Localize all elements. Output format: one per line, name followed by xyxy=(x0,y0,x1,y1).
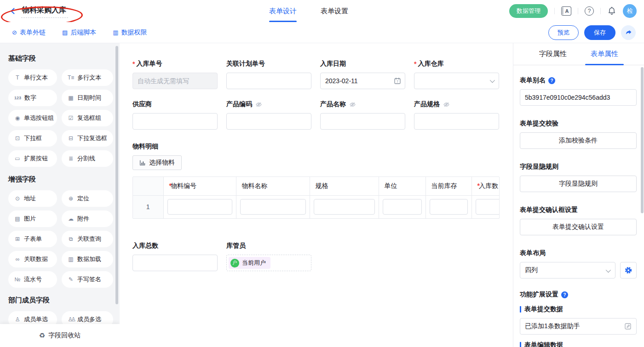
notification-bell-icon[interactable] xyxy=(607,6,616,16)
field-item-related-data[interactable]: ∞关联数据 xyxy=(8,251,57,267)
field-product-code[interactable]: 产品编码 xyxy=(226,100,311,130)
tab-form-properties[interactable]: 表单属性 xyxy=(591,43,618,65)
preview-button[interactable]: 预览 xyxy=(548,25,579,40)
checkbox-icon: ☑ xyxy=(68,115,74,121)
extension-help-icon[interactable]: ? xyxy=(561,291,568,298)
product-spec-input[interactable] xyxy=(414,113,499,130)
tab-form-design[interactable]: 表单设计 xyxy=(269,0,297,22)
product-name-input[interactable] xyxy=(320,113,405,130)
share-arrow-icon xyxy=(625,28,632,36)
field-item-number[interactable]: 123数字 xyxy=(8,90,57,106)
field-item-extend-button[interactable]: ▭扩展按钮 xyxy=(8,150,57,167)
backend-script-link[interactable]: ▨ 后端脚本 xyxy=(62,28,96,37)
label-text: 表单提交数据 xyxy=(524,305,563,313)
submit-confirm-button[interactable]: 表单提交确认设置 xyxy=(520,219,637,235)
field-item-multi-dropdown[interactable]: ⊟下拉复选框 xyxy=(62,130,113,147)
form-external-link[interactable]: ⊘ 表单外链 xyxy=(12,28,46,37)
tab-form-settings[interactable]: 表单设置 xyxy=(321,0,348,22)
field-item-dropdown[interactable]: ⊡下拉框 xyxy=(8,130,57,147)
current-stock-input[interactable] xyxy=(430,199,468,215)
add-validation-button[interactable]: 添加校验条件 xyxy=(520,132,637,149)
material-code-input[interactable] xyxy=(167,199,232,215)
supplier-input[interactable] xyxy=(132,113,218,130)
back-button[interactable] xyxy=(7,6,18,17)
language-icon[interactable]: A xyxy=(561,6,571,16)
product-code-input[interactable] xyxy=(226,113,311,130)
field-item-multi-text[interactable]: T≡多行文本 xyxy=(62,69,113,86)
form-alias-input[interactable] xyxy=(520,89,637,106)
alias-help-icon[interactable]: ? xyxy=(548,77,555,84)
field-label: 下拉复选框 xyxy=(77,134,107,142)
warehouse-select[interactable] xyxy=(414,73,499,89)
field-item-divider[interactable]: ≣分割线 xyxy=(62,150,113,167)
field-item-radio-group[interactable]: ◉单选按钮组 xyxy=(8,110,57,126)
field-label: 关联数据 xyxy=(24,255,48,263)
field-item-image[interactable]: ▤图片 xyxy=(8,210,57,227)
layout-settings-button[interactable] xyxy=(620,262,637,279)
field-label: 关联计划单号 xyxy=(226,60,311,68)
help-icon[interactable]: ? xyxy=(585,6,594,16)
field-item-location[interactable]: ⊕定位 xyxy=(62,190,113,207)
save-button[interactable]: 保存 xyxy=(584,25,615,40)
field-recycle-bin[interactable]: ♻ 字段回收站 xyxy=(0,324,120,347)
field-item-datetime[interactable]: ▦日期时间 xyxy=(62,90,113,106)
share-button[interactable] xyxy=(621,25,636,40)
data-manage-button[interactable]: 数据管理 xyxy=(509,4,548,18)
data-load-icon: ▥ xyxy=(68,256,74,262)
col-label: 入库数 xyxy=(479,182,498,189)
material-name-input[interactable] xyxy=(240,199,306,215)
sidebar-scrollbar[interactable] xyxy=(115,46,118,304)
col-spec: 规格 xyxy=(310,177,379,195)
field-label: 下拉框 xyxy=(24,134,42,142)
dropdown-icon: ⊡ xyxy=(14,135,21,142)
select-material-button[interactable]: 选择物料 xyxy=(132,155,182,170)
field-label: *入库仓库 xyxy=(414,60,499,68)
data-assistant-box[interactable]: 已添加1条数据助手 xyxy=(520,318,637,335)
spec-input[interactable] xyxy=(314,199,375,215)
edit-icon[interactable] xyxy=(624,323,632,330)
data-permission-link[interactable]: ▥ 数据权限 xyxy=(113,28,147,37)
material-detail-subform: 物料明细 选择物料 *物料编号 物料名称 规格 单位 当前库存 *入库数 xyxy=(132,142,513,219)
label-text: 供应商 xyxy=(132,100,152,108)
inbound-no-input[interactable] xyxy=(132,73,218,89)
attachment-icon: ☁ xyxy=(68,216,74,222)
layout-select[interactable]: 四列 xyxy=(520,262,615,279)
field-label: 库管员 xyxy=(226,242,311,250)
field-item-signature[interactable]: ✎手写签名 xyxy=(62,271,113,288)
form-toolbar: ⊘ 表单外链 ▨ 后端脚本 ▥ 数据权限 预览 保存 xyxy=(0,22,644,43)
field-item-serial-number[interactable]: №流水号 xyxy=(8,271,57,288)
current-user-tag[interactable]: 户 当前用户 xyxy=(229,257,270,269)
inbound-qty-input[interactable] xyxy=(476,199,500,215)
field-item-address[interactable]: ⊙地址 xyxy=(8,190,57,207)
inbound-date-input[interactable] xyxy=(320,73,405,89)
field-label: 单行文本 xyxy=(24,74,48,82)
field-warehouse-keeper[interactable]: 库管员 户 当前用户 xyxy=(226,242,311,271)
field-item-related-query[interactable]: ⧉关联查询 xyxy=(62,231,113,247)
related-plan-no-input[interactable] xyxy=(226,73,311,89)
field-inbound-total[interactable]: 入库总数 xyxy=(132,242,218,271)
field-visibility-button[interactable]: 字段显隐规则 xyxy=(520,176,637,192)
field-item-attachment[interactable]: ☁附件 xyxy=(62,210,113,227)
tab-field-properties[interactable]: 字段属性 xyxy=(539,43,567,65)
warehouse-keeper-picker[interactable]: 户 当前用户 xyxy=(226,255,311,271)
field-supplier[interactable]: 供应商 xyxy=(132,100,218,130)
link-label: 表单外链 xyxy=(20,28,46,37)
field-item-data-load[interactable]: ▥数据加载 xyxy=(62,251,113,267)
field-label: 手写签名 xyxy=(77,275,101,284)
user-avatar[interactable]: 检 xyxy=(623,4,637,18)
field-label: 流水号 xyxy=(24,275,42,284)
field-related-plan-no[interactable]: 关联计划单号 xyxy=(226,60,311,89)
page-title[interactable]: 物料采购入库 xyxy=(21,5,68,18)
field-item-subform[interactable]: ⊞子表单 xyxy=(8,231,57,247)
field-product-spec[interactable]: 产品规格 xyxy=(414,100,499,130)
page-scrollbar[interactable] xyxy=(641,67,644,213)
unit-input[interactable] xyxy=(383,199,422,215)
field-inbound-warehouse[interactable]: *入库仓库 xyxy=(414,60,499,89)
field-inbound-date[interactable]: 入库日期 7 xyxy=(320,60,405,89)
field-item-checkbox-group[interactable]: ☑复选框组 xyxy=(62,110,113,126)
col-unit: 单位 xyxy=(379,177,426,195)
field-product-name[interactable]: 产品名称 xyxy=(320,100,405,130)
field-item-single-text[interactable]: T单行文本 xyxy=(8,69,57,86)
field-inbound-no[interactable]: *入库单号 xyxy=(132,60,218,89)
inbound-total-input[interactable] xyxy=(132,255,218,271)
